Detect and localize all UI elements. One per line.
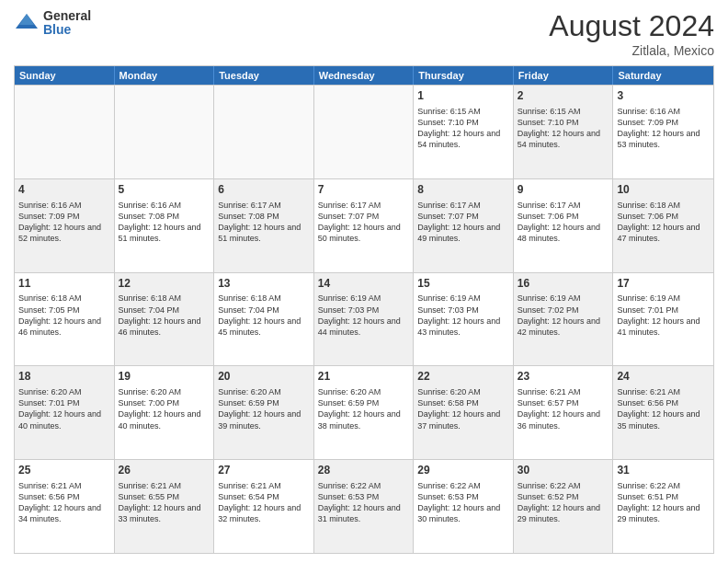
cell-info-text: Sunrise: 6:21 AM Sunset: 6:55 PM Dayligh… [119, 480, 210, 525]
header-day-tuesday: Tuesday [214, 66, 314, 85]
svg-marker-1 [19, 14, 34, 25]
calendar-row-2: 11Sunrise: 6:18 AM Sunset: 7:05 PM Dayli… [15, 272, 713, 366]
calendar-cell: 18Sunrise: 6:20 AM Sunset: 7:01 PM Dayli… [15, 366, 115, 459]
day-number: 12 [119, 276, 210, 292]
calendar-cell: 13Sunrise: 6:18 AM Sunset: 7:04 PM Dayli… [214, 273, 314, 366]
calendar-cell: 4Sunrise: 6:16 AM Sunset: 7:09 PM Daylig… [15, 179, 115, 272]
cell-info-text: Sunrise: 6:16 AM Sunset: 7:08 PM Dayligh… [119, 200, 210, 245]
calendar-cell: 15Sunrise: 6:19 AM Sunset: 7:03 PM Dayli… [414, 273, 514, 366]
calendar-cell [15, 86, 115, 178]
calendar-cell: 9Sunrise: 6:17 AM Sunset: 7:06 PM Daylig… [514, 179, 614, 272]
calendar-cell: 31Sunrise: 6:22 AM Sunset: 6:51 PM Dayli… [613, 460, 713, 553]
title-block: August 2024 Zitlala, Mexico [549, 9, 714, 58]
header-day-wednesday: Wednesday [314, 66, 415, 85]
day-number: 29 [417, 463, 509, 478]
calendar-cell: 19Sunrise: 6:20 AM Sunset: 7:00 PM Dayli… [115, 366, 215, 459]
calendar-cell [214, 86, 314, 178]
day-number: 20 [218, 369, 310, 385]
calendar-cell: 1Sunrise: 6:15 AM Sunset: 7:10 PM Daylig… [414, 86, 514, 178]
day-number: 5 [119, 182, 210, 198]
day-number: 22 [417, 369, 509, 385]
calendar-cell: 30Sunrise: 6:22 AM Sunset: 6:52 PM Dayli… [514, 460, 614, 553]
cell-info-text: Sunrise: 6:20 AM Sunset: 6:59 PM Dayligh… [318, 386, 410, 431]
day-number: 13 [218, 276, 310, 292]
calendar-header: SundayMondayTuesdayWednesdayThursdayFrid… [15, 66, 713, 85]
cell-info-text: Sunrise: 6:21 AM Sunset: 6:56 PM Dayligh… [617, 386, 710, 431]
cell-info-text: Sunrise: 6:19 AM Sunset: 7:01 PM Dayligh… [617, 293, 710, 338]
cell-info-text: Sunrise: 6:17 AM Sunset: 7:06 PM Dayligh… [518, 200, 609, 245]
calendar-row-0: 1Sunrise: 6:15 AM Sunset: 7:10 PM Daylig… [15, 85, 713, 178]
logo: General Blue [14, 9, 91, 38]
calendar-body: 1Sunrise: 6:15 AM Sunset: 7:10 PM Daylig… [15, 85, 713, 553]
cell-info-text: Sunrise: 6:22 AM Sunset: 6:53 PM Dayligh… [318, 480, 410, 525]
header-day-monday: Monday [115, 66, 215, 85]
logo-icon [14, 10, 40, 36]
header-day-friday: Friday [514, 66, 614, 85]
cell-info-text: Sunrise: 6:21 AM Sunset: 6:57 PM Dayligh… [518, 386, 609, 431]
cell-info-text: Sunrise: 6:17 AM Sunset: 7:07 PM Dayligh… [318, 200, 410, 245]
cell-info-text: Sunrise: 6:19 AM Sunset: 7:03 PM Dayligh… [417, 293, 509, 338]
calendar-cell: 20Sunrise: 6:20 AM Sunset: 6:59 PM Dayli… [214, 366, 314, 459]
cell-info-text: Sunrise: 6:22 AM Sunset: 6:52 PM Dayligh… [518, 480, 609, 525]
calendar-cell: 2Sunrise: 6:15 AM Sunset: 7:10 PM Daylig… [514, 86, 614, 178]
header-day-saturday: Saturday [613, 66, 713, 85]
location-subtitle: Zitlala, Mexico [549, 43, 714, 58]
header-day-sunday: Sunday [15, 66, 115, 85]
cell-info-text: Sunrise: 6:18 AM Sunset: 7:06 PM Dayligh… [617, 200, 710, 245]
calendar-cell: 11Sunrise: 6:18 AM Sunset: 7:05 PM Dayli… [15, 273, 115, 366]
calendar-cell: 29Sunrise: 6:22 AM Sunset: 6:53 PM Dayli… [414, 460, 514, 553]
cell-info-text: Sunrise: 6:16 AM Sunset: 7:09 PM Dayligh… [617, 106, 710, 151]
cell-info-text: Sunrise: 6:17 AM Sunset: 7:08 PM Dayligh… [218, 200, 310, 245]
cell-info-text: Sunrise: 6:18 AM Sunset: 7:04 PM Dayligh… [119, 293, 210, 338]
calendar-cell [115, 86, 215, 178]
calendar-cell: 25Sunrise: 6:21 AM Sunset: 6:56 PM Dayli… [15, 460, 115, 553]
logo-blue-text: Blue [43, 23, 91, 37]
day-number: 7 [318, 182, 410, 198]
calendar-cell: 22Sunrise: 6:20 AM Sunset: 6:58 PM Dayli… [414, 366, 514, 459]
cell-info-text: Sunrise: 6:22 AM Sunset: 6:51 PM Dayligh… [617, 480, 710, 525]
day-number: 26 [119, 463, 210, 478]
day-number: 18 [18, 369, 110, 385]
day-number: 6 [218, 182, 310, 198]
day-number: 17 [617, 276, 710, 292]
cell-info-text: Sunrise: 6:18 AM Sunset: 7:05 PM Dayligh… [18, 293, 110, 338]
day-number: 16 [518, 276, 609, 292]
calendar-cell: 5Sunrise: 6:16 AM Sunset: 7:08 PM Daylig… [115, 179, 215, 272]
logo-text: General Blue [43, 9, 91, 38]
day-number: 15 [417, 276, 509, 292]
cell-info-text: Sunrise: 6:20 AM Sunset: 7:00 PM Dayligh… [119, 386, 210, 431]
header-day-thursday: Thursday [414, 66, 514, 85]
day-number: 28 [318, 463, 410, 478]
calendar-cell: 24Sunrise: 6:21 AM Sunset: 6:56 PM Dayli… [613, 366, 713, 459]
logo-general-text: General [43, 9, 91, 23]
day-number: 10 [617, 182, 710, 198]
cell-info-text: Sunrise: 6:21 AM Sunset: 6:56 PM Dayligh… [18, 480, 110, 525]
day-number: 24 [617, 369, 710, 385]
cell-info-text: Sunrise: 6:20 AM Sunset: 6:59 PM Dayligh… [218, 386, 310, 431]
day-number: 9 [518, 182, 609, 198]
day-number: 21 [318, 369, 410, 385]
cell-info-text: Sunrise: 6:19 AM Sunset: 7:03 PM Dayligh… [318, 293, 410, 338]
calendar-cell: 26Sunrise: 6:21 AM Sunset: 6:55 PM Dayli… [115, 460, 215, 553]
cell-info-text: Sunrise: 6:21 AM Sunset: 6:54 PM Dayligh… [218, 480, 310, 525]
header: General Blue August 2024 Zitlala, Mexico [14, 9, 714, 58]
month-year-title: August 2024 [549, 9, 714, 43]
cell-info-text: Sunrise: 6:19 AM Sunset: 7:02 PM Dayligh… [518, 293, 609, 338]
calendar-row-4: 25Sunrise: 6:21 AM Sunset: 6:56 PM Dayli… [15, 459, 713, 553]
calendar-row-1: 4Sunrise: 6:16 AM Sunset: 7:09 PM Daylig… [15, 178, 713, 272]
day-number: 19 [119, 369, 210, 385]
day-number: 25 [18, 463, 110, 478]
calendar-cell: 28Sunrise: 6:22 AM Sunset: 6:53 PM Dayli… [314, 460, 415, 553]
day-number: 2 [518, 88, 609, 104]
cell-info-text: Sunrise: 6:18 AM Sunset: 7:04 PM Dayligh… [218, 293, 310, 338]
calendar-cell: 8Sunrise: 6:17 AM Sunset: 7:07 PM Daylig… [414, 179, 514, 272]
calendar-cell: 12Sunrise: 6:18 AM Sunset: 7:04 PM Dayli… [115, 273, 215, 366]
calendar-row-3: 18Sunrise: 6:20 AM Sunset: 7:01 PM Dayli… [15, 365, 713, 459]
cell-info-text: Sunrise: 6:17 AM Sunset: 7:07 PM Dayligh… [417, 200, 509, 245]
calendar-cell: 21Sunrise: 6:20 AM Sunset: 6:59 PM Dayli… [314, 366, 415, 459]
day-number: 8 [417, 182, 509, 198]
calendar-cell: 23Sunrise: 6:21 AM Sunset: 6:57 PM Dayli… [514, 366, 614, 459]
calendar-cell: 14Sunrise: 6:19 AM Sunset: 7:03 PM Dayli… [314, 273, 415, 366]
day-number: 30 [518, 463, 609, 478]
day-number: 14 [318, 276, 410, 292]
